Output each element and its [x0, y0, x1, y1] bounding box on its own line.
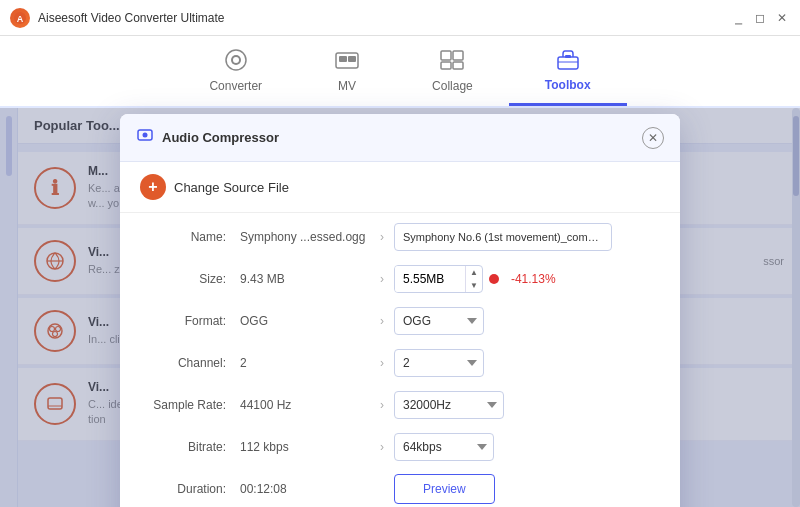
restore-button[interactable]: ◻ — [752, 10, 768, 26]
change-source-row: + Change Source File — [120, 162, 680, 213]
format-new-wrap: OGG MP3 AAC FLAC WAV — [394, 307, 660, 335]
bitrate-label: Bitrate: — [140, 440, 240, 454]
svg-rect-9 — [453, 51, 463, 60]
size-spinners: ▲ ▼ — [465, 266, 482, 292]
channel-select[interactable]: 2 1 Stereo Mono — [394, 349, 484, 377]
name-row: Name: Symphony ...essed.ogg › Symphony N… — [140, 221, 660, 253]
svg-point-24 — [143, 133, 148, 138]
close-button[interactable]: ✕ — [774, 10, 790, 26]
size-row: Size: 9.43 MB › ▲ ▼ -41.13% — [140, 263, 660, 295]
add-source-button[interactable]: + — [140, 174, 166, 200]
dialog-overlay: Audio Compressor ✕ + Change Source File … — [0, 108, 800, 507]
format-row: Format: OGG › OGG MP3 AAC FLAC WAV — [140, 305, 660, 337]
size-original: 9.43 MB — [240, 272, 370, 286]
format-original: OGG — [240, 314, 370, 328]
bitrate-row: Bitrate: 112 kbps › 64kbps 128kbps 192kb… — [140, 431, 660, 463]
collage-icon — [439, 49, 465, 75]
size-new-wrap: ▲ ▼ -41.13% — [394, 265, 660, 293]
window-controls: ⎯ ◻ ✕ — [730, 10, 790, 26]
duration-row: Duration: 00:12:08 › Preview — [140, 473, 660, 505]
tab-collage[interactable]: Collage — [396, 36, 509, 106]
tab-toolbox[interactable]: Toolbox — [509, 36, 627, 106]
dialog-close-button[interactable]: ✕ — [642, 127, 664, 149]
bitrate-new-wrap: 64kbps 128kbps 192kbps 256kbps 320kbps — [394, 433, 660, 461]
main-content: Popular Too... ℹ M... Ke... audio files … — [0, 108, 800, 507]
bitrate-select[interactable]: 64kbps 128kbps 192kbps 256kbps 320kbps — [394, 433, 494, 461]
name-label: Name: — [140, 230, 240, 244]
converter-icon — [223, 49, 249, 75]
svg-text:A: A — [17, 14, 24, 24]
sample-rate-new-wrap: 32000Hz 44100Hz 22050Hz 16000Hz — [394, 391, 660, 419]
name-output-input[interactable]: Symphony No.6 (1st movement)_compressed.… — [394, 223, 612, 251]
format-select[interactable]: OGG MP3 AAC FLAC WAV — [394, 307, 484, 335]
channel-arrow: › — [380, 356, 384, 370]
audio-compressor-dialog: Audio Compressor ✕ + Change Source File … — [120, 114, 680, 507]
mv-icon — [334, 49, 360, 75]
channel-label: Channel: — [140, 356, 240, 370]
spin-up-button[interactable]: ▲ — [466, 266, 482, 279]
form-fields: Name: Symphony ...essed.ogg › Symphony N… — [120, 213, 680, 507]
collage-tab-label: Collage — [432, 79, 473, 93]
tab-mv[interactable]: MV — [298, 36, 396, 106]
dialog-header: Audio Compressor ✕ — [120, 114, 680, 162]
channel-new-wrap: 2 1 Stereo Mono — [394, 349, 660, 377]
size-reduction-indicator — [489, 274, 499, 284]
minimize-button[interactable]: ⎯ — [730, 10, 746, 26]
size-input[interactable]: ▲ ▼ — [394, 265, 483, 293]
spin-down-button[interactable]: ▼ — [466, 279, 482, 292]
name-new-wrap: Symphony No.6 (1st movement)_compressed.… — [394, 223, 660, 251]
sample-rate-row: Sample Rate: 44100 Hz › 32000Hz 44100Hz … — [140, 389, 660, 421]
channel-original: 2 — [240, 356, 370, 370]
mv-tab-label: MV — [338, 79, 356, 93]
tab-navigation: Converter MV Collage — [0, 36, 800, 108]
format-arrow: › — [380, 314, 384, 328]
svg-rect-7 — [348, 56, 356, 62]
dialog-title: Audio Compressor — [162, 130, 279, 145]
name-arrow: › — [380, 230, 384, 244]
svg-rect-10 — [441, 62, 451, 69]
tab-converter[interactable]: Converter — [173, 36, 298, 106]
title-bar: A Aiseesoft Video Converter Ultimate ⎯ ◻… — [0, 0, 800, 36]
size-arrow: › — [380, 272, 384, 286]
size-reduction-percent: -41.13% — [511, 272, 556, 286]
sample-rate-label: Sample Rate: — [140, 398, 240, 412]
sample-rate-original: 44100 Hz — [240, 398, 370, 412]
format-label: Format: — [140, 314, 240, 328]
sample-rate-arrow: › — [380, 398, 384, 412]
size-label: Size: — [140, 272, 240, 286]
converter-tab-label: Converter — [209, 79, 262, 93]
name-original: Symphony ...essed.ogg — [240, 230, 370, 244]
duration-value: 00:12:08 — [240, 482, 370, 496]
svg-rect-12 — [558, 57, 578, 69]
change-source-label: Change Source File — [174, 180, 289, 195]
svg-rect-8 — [441, 51, 451, 60]
app-title: Aiseesoft Video Converter Ultimate — [38, 11, 225, 25]
channel-row: Channel: 2 › 2 1 Stereo Mono — [140, 347, 660, 379]
svg-rect-6 — [339, 56, 347, 62]
audio-compressor-icon — [136, 126, 154, 149]
app-logo: A — [10, 8, 30, 28]
sample-rate-select[interactable]: 32000Hz 44100Hz 22050Hz 16000Hz — [394, 391, 504, 419]
size-value-input[interactable] — [395, 266, 465, 292]
bitrate-arrow: › — [380, 440, 384, 454]
duration-preview-wrap: Preview — [394, 474, 660, 504]
toolbox-tab-label: Toolbox — [545, 78, 591, 92]
preview-button[interactable]: Preview — [394, 474, 495, 504]
bitrate-original: 112 kbps — [240, 440, 370, 454]
svg-point-4 — [233, 57, 239, 63]
duration-label: Duration: — [140, 482, 240, 496]
svg-rect-11 — [453, 62, 463, 69]
svg-rect-13 — [565, 55, 571, 58]
toolbox-icon — [555, 48, 581, 74]
